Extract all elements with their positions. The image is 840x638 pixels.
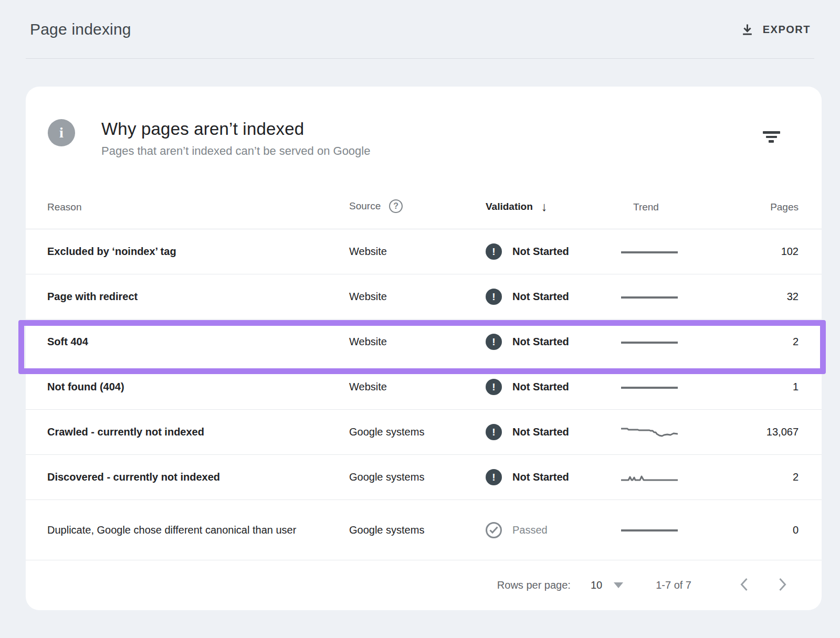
indexing-report-card: i Why pages aren’t indexed Pages that ar… xyxy=(26,87,822,610)
reason-cell[interactable]: Duplicate, Google chose different canoni… xyxy=(47,522,310,539)
trend-sparkline xyxy=(609,291,730,303)
chevron-left-icon xyxy=(740,578,748,593)
trend-sparkline xyxy=(609,246,730,258)
table-row[interactable]: Not found (404) Website ! Not Started 1 xyxy=(26,365,822,410)
pages-cell: 0 xyxy=(730,524,799,536)
filter-button[interactable] xyxy=(760,126,783,147)
next-page-button[interactable] xyxy=(771,574,794,597)
pages-cell: 13,067 xyxy=(730,426,799,438)
source-cell: Website xyxy=(349,381,486,393)
column-header-pages[interactable]: Pages xyxy=(730,201,799,213)
reason-cell[interactable]: Not found (404) xyxy=(47,378,310,396)
arrow-down-icon: ↓ xyxy=(541,200,548,213)
table-row[interactable]: Page with redirect Website ! Not Started… xyxy=(26,274,822,320)
source-cell: Website xyxy=(349,291,486,303)
trend-sparkline xyxy=(609,381,730,394)
exclamation-icon: ! xyxy=(486,469,502,485)
pages-cell: 2 xyxy=(730,336,799,348)
exclamation-icon: ! xyxy=(486,334,502,350)
trend-sparkline xyxy=(609,471,730,484)
exclamation-icon: ! xyxy=(486,289,502,305)
pages-cell: 32 xyxy=(730,291,799,303)
info-icon: i xyxy=(48,119,75,146)
pages-cell: 1 xyxy=(730,381,799,393)
source-cell: Website xyxy=(349,246,486,258)
check-icon xyxy=(486,522,502,538)
reason-cell[interactable]: Crawled - currently not indexed xyxy=(47,423,310,441)
column-header-validation[interactable]: Validation ↓ xyxy=(486,200,609,213)
table-row-soft-404[interactable]: Soft 404 Website ! Not Started 2 xyxy=(26,320,822,365)
filter-icon xyxy=(763,131,780,134)
source-cell: Google systems xyxy=(349,471,486,483)
chevron-right-icon xyxy=(779,578,787,593)
pages-cell: 2 xyxy=(730,471,799,483)
page-title: Page indexing xyxy=(30,20,131,38)
source-cell: Website xyxy=(349,336,486,348)
column-header-source[interactable]: Source ? xyxy=(349,199,486,213)
validation-cell: ! Not Started xyxy=(486,469,609,485)
validation-cell: ! Not Started xyxy=(486,243,609,260)
pages-cell: 102 xyxy=(730,246,799,258)
trend-sparkline xyxy=(609,524,730,536)
rows-per-page-label: Rows per page: xyxy=(497,579,571,591)
table-row[interactable]: Discovered - currently not indexed Googl… xyxy=(26,455,822,500)
card-subtitle: Pages that aren’t indexed can’t be serve… xyxy=(101,144,370,158)
validation-cell: ! Not Started xyxy=(486,334,609,350)
export-label: EXPORT xyxy=(763,24,811,36)
source-cell: Google systems xyxy=(349,426,486,438)
column-header-reason[interactable]: Reason xyxy=(47,201,349,213)
reason-cell[interactable]: Excluded by ‘noindex’ tag xyxy=(47,243,310,260)
topbar: Page indexing EXPORT xyxy=(0,0,840,59)
rows-per-page-value: 10 xyxy=(591,579,602,591)
validation-cell: ! Not Started xyxy=(486,379,609,395)
exclamation-icon: ! xyxy=(486,379,502,395)
download-icon xyxy=(740,23,754,37)
validation-cell: ! Not Started xyxy=(486,424,609,440)
reason-cell[interactable]: Discovered - currently not indexed xyxy=(47,469,310,486)
question-mark-icon[interactable]: ? xyxy=(389,199,403,213)
table-row[interactable]: Crawled - currently not indexed Google s… xyxy=(26,410,822,455)
trend-sparkline xyxy=(609,336,730,348)
rows-per-page-select[interactable]: 10 xyxy=(591,579,623,591)
table-footer: Rows per page: 10 1-7 of 7 xyxy=(26,560,822,610)
trend-sparkline xyxy=(609,426,730,439)
export-button[interactable]: EXPORT xyxy=(738,18,813,41)
column-header-trend[interactable]: Trend xyxy=(609,201,730,213)
validation-cell: Passed xyxy=(486,522,609,538)
table-row[interactable]: Excluded by ‘noindex’ tag Website ! Not … xyxy=(26,229,822,274)
table-row[interactable]: Duplicate, Google chose different canoni… xyxy=(26,500,822,560)
card-header: i Why pages aren’t indexed Pages that ar… xyxy=(26,87,822,158)
card-title: Why pages aren’t indexed xyxy=(101,119,370,139)
table-header: Reason Source ? Validation ↓ Trend Pages xyxy=(26,158,822,229)
exclamation-icon: ! xyxy=(486,424,502,440)
pagination-range: 1-7 of 7 xyxy=(656,579,691,591)
validation-cell: ! Not Started xyxy=(486,289,609,305)
triangle-down-icon xyxy=(614,582,623,588)
reason-cell[interactable]: Page with redirect xyxy=(47,288,310,305)
source-cell: Google systems xyxy=(349,524,486,536)
reason-cell[interactable]: Soft 404 xyxy=(47,333,310,350)
exclamation-icon: ! xyxy=(486,243,502,260)
previous-page-button[interactable] xyxy=(732,574,755,597)
